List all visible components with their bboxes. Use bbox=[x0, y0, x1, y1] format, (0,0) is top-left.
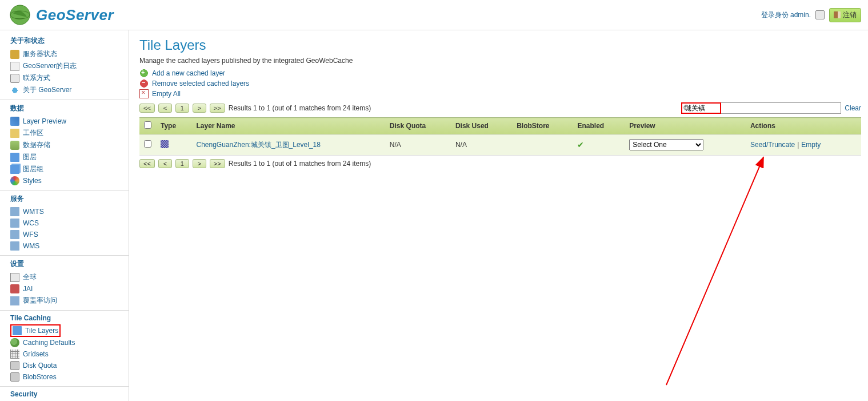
search-input-rest[interactable] bbox=[721, 102, 841, 114]
blob-icon bbox=[10, 372, 19, 382]
cell-blobstore bbox=[512, 134, 573, 156]
cell-disk-quota: N/A bbox=[385, 134, 451, 156]
caching-defaults-icon bbox=[10, 338, 19, 347]
empty-link[interactable]: Empty bbox=[801, 141, 821, 149]
wms-icon bbox=[10, 241, 19, 251]
login-identity: 登录身份 admin. bbox=[761, 10, 811, 20]
clear-search-link[interactable]: Clear bbox=[845, 104, 861, 112]
col-disk-quota[interactable]: Disk Quota bbox=[385, 118, 451, 134]
sidebar-item-caching-defaults[interactable]: Caching Defaults bbox=[10, 337, 129, 348]
sidebar-item-contact[interactable]: 联系方式 bbox=[10, 72, 129, 84]
sidebar-item-workspaces[interactable]: 工作区 bbox=[10, 127, 129, 139]
sidebar-item-global[interactable]: 全球 bbox=[10, 271, 129, 283]
server-icon bbox=[10, 50, 19, 59]
sidebar-item-coverage[interactable]: 覆盖率访问 bbox=[10, 295, 129, 307]
main-content: Tile Layers Manage the cached layers pub… bbox=[129, 30, 868, 401]
pager-bottom: << < 1 > >> Results 1 to 1 (out of 1 mat… bbox=[139, 159, 861, 168]
sidebar-heading-tilecaching: Tile Caching bbox=[10, 314, 129, 322]
global-icon bbox=[10, 273, 19, 282]
styles-icon bbox=[10, 176, 19, 185]
about-icon bbox=[10, 86, 19, 95]
remove-icon bbox=[139, 79, 149, 88]
svg-line-3 bbox=[688, 109, 690, 112]
pager-results: Results 1 to 1 (out of 1 matches from 24… bbox=[229, 104, 371, 112]
sidebar-item-blobstores[interactable]: BlobStores bbox=[10, 371, 129, 383]
geoserver-logo-icon bbox=[9, 3, 31, 26]
page-actions: Add a new cached layer Remove selected c… bbox=[139, 68, 861, 99]
sidebar-item-stores[interactable]: 数据存储 bbox=[10, 139, 129, 151]
preview-select[interactable]: Select One bbox=[629, 139, 703, 150]
sidebar-heading-settings: 设置 bbox=[10, 259, 129, 269]
col-type[interactable]: Type bbox=[156, 118, 192, 134]
database-icon bbox=[10, 141, 19, 150]
pager-top: << < 1 > >> Results 1 to 1 (out of 1 mat… bbox=[139, 102, 861, 114]
contact-icon bbox=[10, 74, 19, 83]
sidebar-item-logs[interactable]: GeoServer的日志 bbox=[10, 60, 129, 72]
remove-layer-link[interactable]: Remove selected cached layers bbox=[139, 78, 861, 89]
pager-first-bottom[interactable]: << bbox=[139, 159, 155, 168]
sidebar-section-services: 服务 WMTS WCS WFS WMS bbox=[0, 190, 129, 256]
sidebar-section-data: 数据 Layer Preview 工作区 数据存储 图层 图层组 Styles bbox=[0, 100, 129, 190]
sidebar-item-disk-quota[interactable]: Disk Quota bbox=[10, 360, 129, 371]
sidebar-item-layers[interactable]: 图层 bbox=[10, 151, 129, 163]
sidebar-item-jai[interactable]: JAI bbox=[10, 283, 129, 295]
coverage-icon bbox=[10, 296, 19, 305]
sidebar-heading-security: Security bbox=[10, 390, 129, 398]
pager-next[interactable]: > bbox=[193, 104, 206, 113]
cell-disk-used: N/A bbox=[451, 134, 512, 156]
pager-page-bottom[interactable]: 1 bbox=[175, 159, 189, 168]
grid-icon bbox=[10, 350, 19, 359]
layergroup-icon bbox=[10, 165, 19, 174]
sidebar-item-tile-layers[interactable]: Tile Layers bbox=[10, 324, 61, 337]
sidebar-item-styles[interactable]: Styles bbox=[10, 175, 129, 186]
sidebar-item-wms[interactable]: WMS bbox=[10, 240, 129, 252]
col-blobstore[interactable]: BlobStore bbox=[512, 118, 573, 134]
sidebar-item-gridsets[interactable]: Gridsets bbox=[10, 348, 129, 360]
pager-first[interactable]: << bbox=[139, 104, 155, 113]
page-title: Tile Layers bbox=[139, 37, 861, 53]
table-header-row: Type Layer Name Disk Quota Disk Used Blo… bbox=[139, 118, 861, 134]
pager-last[interactable]: >> bbox=[210, 104, 225, 113]
logo[interactable]: GeoServer bbox=[9, 3, 114, 26]
page-subtitle: Manage the cached layers published by th… bbox=[139, 57, 861, 65]
pager-next-bottom[interactable]: > bbox=[193, 159, 206, 168]
sidebar-item-layergroups[interactable]: 图层组 bbox=[10, 163, 129, 175]
seed-truncate-link[interactable]: Seed/Truncate bbox=[750, 141, 795, 149]
sidebar-item-wfs[interactable]: WFS bbox=[10, 229, 129, 240]
tile-layers-icon bbox=[13, 326, 22, 335]
col-enabled[interactable]: Enabled bbox=[573, 118, 625, 134]
type-raster-icon bbox=[161, 140, 169, 148]
sidebar-item-wcs[interactable]: WCS bbox=[10, 217, 129, 229]
col-disk-used[interactable]: Disk Used bbox=[451, 118, 512, 134]
col-actions[interactable]: Actions bbox=[746, 118, 861, 134]
sidebar-item-about[interactable]: 关于 GeoServer bbox=[10, 84, 129, 96]
pager-prev[interactable]: < bbox=[158, 104, 172, 113]
col-layer-name[interactable]: Layer Name bbox=[192, 118, 385, 134]
brand-text: GeoServer bbox=[36, 6, 114, 24]
pager-page[interactable]: 1 bbox=[175, 104, 189, 113]
enabled-check-icon: ✔ bbox=[577, 140, 584, 149]
pager-prev-bottom[interactable]: < bbox=[158, 159, 172, 168]
sidebar-item-server-status[interactable]: 服务器状态 bbox=[10, 48, 129, 60]
action-separator: | bbox=[795, 141, 801, 149]
pager-last-bottom[interactable]: >> bbox=[210, 159, 225, 168]
identity-icon bbox=[815, 10, 825, 19]
add-icon bbox=[139, 69, 149, 78]
log-icon bbox=[10, 62, 19, 71]
select-all-checkbox[interactable] bbox=[144, 121, 151, 129]
row-checkbox[interactable] bbox=[144, 140, 151, 148]
add-layer-link[interactable]: Add a new cached layer bbox=[139, 68, 861, 78]
header-right: 登录身份 admin. 注销 bbox=[761, 8, 861, 22]
empty-all-link[interactable]: Empty All bbox=[139, 89, 861, 99]
col-preview[interactable]: Preview bbox=[625, 118, 746, 134]
logout-button[interactable]: 注销 bbox=[829, 8, 861, 22]
layer-icon bbox=[10, 153, 19, 162]
search-icon bbox=[683, 104, 691, 112]
sidebar-item-layer-preview[interactable]: Layer Preview bbox=[10, 116, 129, 127]
sidebar-item-wmts[interactable]: WMTS bbox=[10, 206, 129, 217]
svg-point-2 bbox=[684, 105, 689, 110]
jai-icon bbox=[10, 284, 19, 293]
disk-icon bbox=[10, 361, 19, 370]
layer-preview-icon bbox=[10, 117, 19, 126]
layer-name-link[interactable]: ChengGuanZhen:城关镇_卫图_Level_18 bbox=[197, 141, 321, 149]
